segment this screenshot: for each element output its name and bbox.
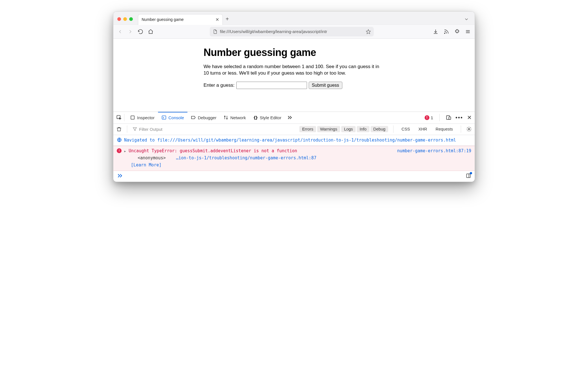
tab-debugger-label: Debugger	[198, 115, 217, 120]
tabs-overflow-icon[interactable]	[285, 115, 295, 120]
tabs-dropdown-button[interactable]	[464, 17, 471, 22]
log-level-chips: Errors Warnings Logs Info Debug	[299, 126, 388, 132]
url-text: file:///Users/will/git/wbamberg/learning…	[220, 29, 364, 34]
expand-triangle-icon[interactable]: ▸	[124, 148, 126, 155]
browser-tab[interactable]: Number guessing game ✕	[138, 14, 223, 25]
inspect-element-icon[interactable]	[116, 115, 122, 120]
downloads-icon[interactable]	[433, 29, 438, 34]
error-count-badge[interactable]: ! 1	[425, 115, 433, 120]
console-prompt[interactable]	[113, 171, 475, 182]
chip-xhr[interactable]: XHR	[416, 126, 430, 132]
split-console-icon[interactable]	[466, 173, 471, 179]
learn-more-link[interactable]: [Learn More]	[117, 161, 471, 168]
new-tab-button[interactable]: +	[226, 16, 229, 22]
chip-warnings[interactable]: Warnings	[317, 126, 340, 132]
tab-debugger[interactable]: Debugger	[187, 112, 220, 123]
chip-debug[interactable]: Debug	[371, 126, 388, 132]
stack-frame-location[interactable]: …ion-to-js-1/troubleshooting/number-game…	[176, 155, 316, 160]
home-button[interactable]	[148, 29, 154, 34]
nav-buttons	[117, 29, 154, 34]
error-message: Uncaught TypeError: guessSubmit.addevent…	[129, 148, 297, 154]
filter-output[interactable]: Filter Output	[132, 127, 297, 132]
tab-inspector[interactable]: Inspector	[127, 112, 158, 123]
close-tab-icon[interactable]: ✕	[215, 17, 219, 22]
stack-frame-anon: <anonymous>	[138, 155, 166, 160]
chip-logs[interactable]: Logs	[341, 126, 356, 132]
tab-inspector-label: Inspector	[137, 115, 155, 120]
file-icon	[213, 29, 218, 34]
devtools-menu-icon[interactable]: •••	[455, 114, 463, 121]
responsive-mode-icon[interactable]	[446, 115, 451, 120]
clear-console-icon[interactable]	[116, 126, 122, 132]
menu-icon[interactable]	[465, 29, 471, 34]
console-output: Navigated to file:///Users/will/git/wbam…	[113, 135, 475, 182]
browser-window: Number guessing game ✕ +	[113, 11, 475, 182]
chip-errors[interactable]: Errors	[299, 126, 316, 132]
back-button[interactable]	[117, 29, 123, 34]
error-badge-icon: !	[425, 115, 429, 120]
toolbar: file:///Users/will/git/wbamberg/learning…	[113, 25, 475, 39]
toolbar-right	[433, 29, 471, 34]
console-toolbar: Filter Output Errors Warnings Logs Info …	[113, 124, 475, 135]
submit-guess-button[interactable]: Submit guess	[309, 82, 342, 89]
guess-input[interactable]	[236, 82, 307, 89]
svg-point-14	[468, 129, 470, 130]
close-devtools-icon[interactable]: ✕	[467, 114, 472, 121]
devtools-tabs: Inspector Console Debugger Network {} St…	[113, 112, 475, 124]
minimize-window-button[interactable]	[123, 17, 127, 21]
tab-title: Number guessing game	[142, 17, 184, 22]
svg-rect-8	[131, 116, 134, 119]
tab-console-label: Console	[168, 115, 184, 120]
svg-marker-1	[366, 29, 371, 34]
reload-button[interactable]	[138, 29, 143, 34]
error-icon: !	[117, 148, 122, 153]
feed-icon[interactable]	[444, 29, 449, 34]
page-intro: We have selected a random number between…	[204, 64, 384, 77]
tab-console[interactable]: Console	[158, 112, 187, 123]
forward-button[interactable]	[127, 29, 133, 34]
devtools: Inspector Console Debugger Network {} St…	[113, 112, 475, 182]
svg-rect-12	[449, 117, 451, 120]
address-bar[interactable]: file:///Users/will/git/wbamberg/learning…	[210, 27, 374, 36]
svg-rect-9	[162, 116, 166, 119]
svg-rect-16	[466, 174, 470, 177]
prompt-chevrons-icon	[117, 173, 123, 179]
extensions-icon[interactable]	[454, 29, 460, 34]
navigation-message: Navigated to file:///Users/will/git/wbam…	[124, 137, 456, 144]
page-heading: Number guessing game	[204, 47, 384, 58]
console-navigation-row: Navigated to file:///Users/will/git/wbam…	[113, 135, 475, 146]
tab-network[interactable]: Network	[220, 112, 249, 123]
bookmark-star-icon[interactable]	[366, 29, 371, 34]
chip-css[interactable]: CSS	[399, 126, 413, 132]
console-settings-icon[interactable]	[466, 126, 472, 132]
chip-info[interactable]: Info	[357, 126, 369, 132]
error-count: 1	[431, 115, 433, 120]
filter-placeholder: Filter Output	[139, 127, 163, 132]
window-controls	[117, 17, 133, 21]
chip-requests[interactable]: Requests	[433, 126, 456, 132]
tab-style-editor-label: Style Editor	[260, 115, 282, 120]
page-viewport: Number guessing game We have selected a …	[113, 39, 475, 112]
svg-text:{}: {}	[254, 116, 258, 120]
console-error-row[interactable]: ! ▸ Uncaught TypeError: guessSubmit.adde…	[113, 146, 475, 171]
guess-form: Enter a guess: Submit guess	[204, 82, 384, 89]
titlebar: Number guessing game ✕ +	[113, 12, 475, 25]
maximize-window-button[interactable]	[129, 17, 133, 21]
globe-icon	[117, 137, 122, 144]
close-window-button[interactable]	[117, 17, 121, 21]
svg-point-3	[444, 33, 445, 34]
tab-style-editor[interactable]: {} Style Editor	[249, 112, 285, 123]
error-source-link[interactable]: number-game-errors.html:87:19	[397, 148, 471, 154]
page-body: Number guessing game We have selected a …	[204, 47, 384, 89]
guess-label: Enter a guess:	[204, 82, 235, 88]
tab-network-label: Network	[230, 115, 246, 120]
